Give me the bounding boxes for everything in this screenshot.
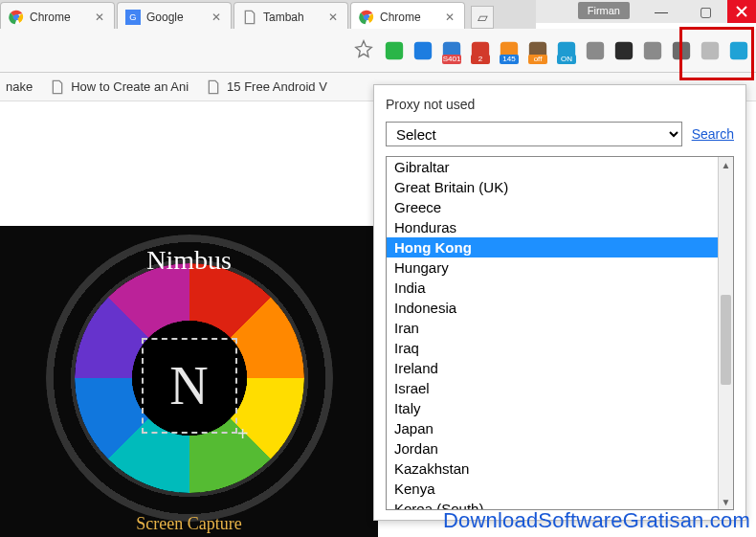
dropdown-option[interactable]: Hong Kong (387, 237, 733, 257)
close-icon[interactable]: ✕ (95, 11, 108, 24)
extension-octo-icon[interactable] (670, 39, 693, 62)
dropdown-option[interactable]: Kenya (387, 479, 733, 499)
svg-rect-15 (644, 41, 661, 58)
dropdown-option[interactable]: Iraq (387, 338, 733, 358)
watermark-text: DownloadSoftwareGratisan.com (443, 508, 750, 533)
extension-icons: S4012145offON (383, 39, 750, 62)
minimize-button[interactable]: ― (639, 0, 683, 23)
extension-vpn-icon[interactable]: ON (555, 39, 578, 62)
dropdown-option[interactable]: Kazakhstan (387, 459, 733, 479)
extension-rss-icon[interactable]: 145 (498, 39, 521, 62)
extension-badge: 145 (500, 55, 519, 64)
proxy-extension-popup: Proxy not used Select Search GibraltarGr… (373, 84, 746, 521)
proxy-country-select[interactable]: Select (386, 122, 682, 146)
extension-drive-icon[interactable] (699, 39, 722, 62)
page-icon (206, 79, 221, 95)
dropdown-option[interactable]: Jordan (387, 438, 733, 459)
browser-toolbar: S4012145offON (0, 29, 756, 73)
svg-rect-17 (701, 41, 719, 58)
extension-gmail-icon[interactable]: 2 (469, 39, 492, 62)
scroll-down-icon[interactable]: ▼ (719, 494, 733, 509)
bookmark-label: How to Create an Ani (71, 79, 189, 94)
bookmark-label: nake (6, 79, 33, 94)
close-icon[interactable]: ✕ (445, 11, 458, 24)
dropdown-option[interactable]: Greece (387, 197, 733, 217)
scroll-up-icon[interactable]: ▲ (719, 157, 733, 172)
svg-rect-14 (615, 41, 633, 58)
svg-rect-18 (730, 41, 747, 58)
maximize-button[interactable]: ▢ (683, 0, 727, 23)
svg-rect-6 (386, 41, 403, 58)
tab-title: Chrome (30, 11, 91, 24)
bookmark-label: 15 Free Android V (227, 79, 327, 94)
tab-title: Google (146, 11, 208, 24)
dropdown-option[interactable]: India (387, 278, 733, 298)
nimbus-letter: N (169, 355, 208, 416)
svg-rect-13 (587, 41, 604, 58)
bookmark-item[interactable]: 15 Free Android V (206, 79, 327, 95)
extension-badge: off (528, 55, 547, 64)
browser-tab-active[interactable]: Chrome ✕ (350, 2, 465, 31)
dropdown-option[interactable]: Japan (387, 418, 733, 438)
search-link[interactable]: Search (692, 126, 734, 142)
plus-icon: + (237, 423, 249, 445)
tab-strip: Chrome ✕ G Google ✕ Tambah ✕ Chrome ✕ ▱ (0, 0, 536, 31)
dropdown-option[interactable]: Italy (387, 398, 733, 418)
browser-tab[interactable]: Chrome ✕ (0, 2, 115, 31)
proxy-status-text: Proxy not used (374, 85, 745, 122)
dropdown-option[interactable]: Hungary (387, 257, 733, 278)
dropdown-option[interactable]: Indonesia (387, 298, 733, 318)
extension-dark-icon[interactable] (612, 39, 635, 62)
dropdown-scrollbar[interactable]: ▲ ▼ (718, 157, 733, 509)
extension-surf-icon[interactable]: S401 (440, 39, 463, 62)
page-icon (50, 79, 65, 95)
browser-tab[interactable]: G Google ✕ (117, 2, 232, 31)
extension-proxy-icon[interactable] (727, 39, 750, 62)
chrome-icon (9, 10, 24, 25)
dropdown-option[interactable]: Honduras (387, 217, 733, 237)
tab-title: Tambah (263, 11, 324, 24)
bookmark-item[interactable]: How to Create an Ani (50, 79, 189, 95)
page-icon (242, 10, 257, 25)
dropdown-option[interactable]: Ireland (387, 358, 733, 378)
svg-text:G: G (129, 12, 136, 22)
crop-frame-icon: N + (142, 338, 237, 434)
nimbus-subtitle: Screen Capture (0, 514, 378, 534)
close-icon[interactable]: ✕ (328, 11, 342, 24)
extension-badge: S401 (442, 55, 461, 64)
bookmark-item[interactable]: nake (6, 79, 33, 94)
extension-shazam-icon[interactable] (411, 39, 434, 62)
nimbus-brand: Nimbus (0, 245, 378, 276)
proxy-country-dropdown: GibraltarGreat Britain (UK)GreeceHondura… (386, 156, 734, 510)
extension-evernote-icon[interactable] (383, 39, 406, 62)
new-tab-button[interactable]: ▱ (471, 6, 494, 29)
extension-idm-icon[interactable]: off (526, 39, 549, 62)
extension-badge: 2 (471, 55, 490, 64)
dropdown-option[interactable]: Israel (387, 378, 733, 398)
bookmark-star-icon[interactable] (354, 39, 373, 62)
close-window-button[interactable] (727, 0, 756, 23)
extension-scissor-icon[interactable] (641, 39, 664, 62)
tab-title: Chrome (380, 11, 441, 24)
nimbus-card[interactable]: Nimbus N + Screen Capture (0, 226, 378, 537)
dropdown-option[interactable]: Great Britain (UK) (387, 177, 733, 197)
browser-tab[interactable]: Tambah ✕ (233, 2, 348, 31)
google-icon: G (125, 10, 141, 25)
dropdown-option[interactable]: Iran (387, 318, 733, 338)
svg-rect-16 (673, 41, 690, 58)
dropdown-option[interactable]: Gibraltar (387, 157, 733, 177)
chrome-icon (359, 10, 374, 25)
extension-badge: ON (557, 55, 576, 64)
svg-rect-7 (414, 41, 432, 58)
extension-ua-icon[interactable] (584, 39, 607, 62)
profile-badge[interactable]: Firman (578, 2, 630, 19)
close-icon[interactable]: ✕ (211, 11, 225, 24)
